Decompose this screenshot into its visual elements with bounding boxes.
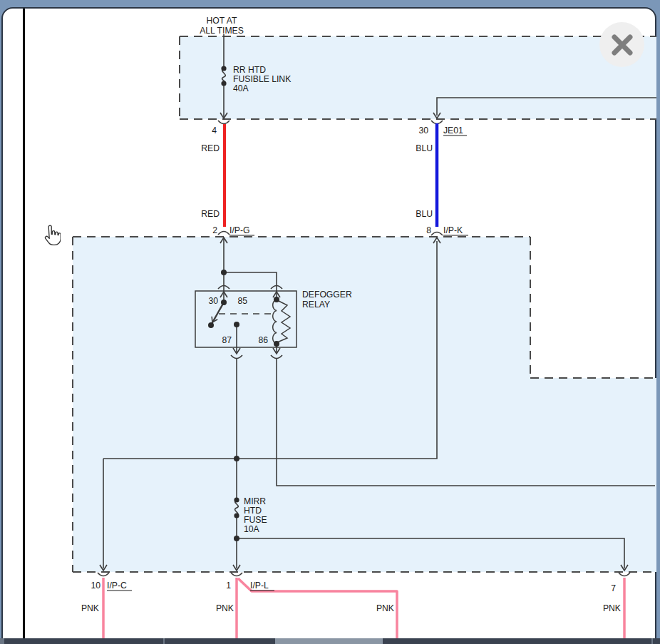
fuse-label-4: 10A — [244, 524, 260, 534]
wire-color-pnk-2: PNK — [216, 603, 234, 613]
scrollbar-separator — [163, 638, 165, 644]
relay-pin-86: 86 — [258, 335, 268, 345]
wire-color-red-top: RED — [201, 143, 220, 153]
fusible-link-label-3: 40A — [233, 83, 249, 93]
connector-arc — [431, 232, 443, 236]
wire-color-pnk-4: PNK — [603, 603, 621, 613]
app-background: HOT AT ALL TIMES RR HTD FUSIBLE LINK 40A… — [0, 0, 660, 644]
fuse-label-3: FUSE — [244, 515, 267, 525]
relay-pin-85: 85 — [237, 296, 247, 306]
pin-10: 10 — [91, 581, 100, 591]
wire-color-pnk-1: PNK — [81, 603, 99, 613]
fuse-label-2: HTD — [244, 506, 262, 516]
relay-pin-30: 30 — [208, 296, 218, 306]
wiring-diagram: HOT AT ALL TIMES RR HTD FUSIBLE LINK 40A… — [0, 0, 660, 644]
connector-link-ipg[interactable]: I/P-G — [230, 225, 249, 235]
close-button[interactable] — [599, 22, 644, 67]
scrollbar-separator — [651, 638, 653, 644]
pink-wires — [103, 578, 624, 639]
pin-4: 4 — [212, 126, 217, 136]
connector-link-ipl[interactable]: I/P-L — [250, 581, 269, 591]
hand-cursor-icon — [42, 225, 61, 249]
wire-color-pnk-3: PNK — [376, 603, 394, 613]
scrollbar-corner — [0, 638, 4, 644]
pin-7: 7 — [611, 583, 616, 593]
relay-name-2: RELAY — [302, 300, 330, 310]
relay-name-1: DEFOGGER — [302, 290, 352, 300]
relay-pin-87: 87 — [222, 335, 232, 345]
splice-link-je01[interactable]: JE01 — [443, 126, 463, 136]
fusible-link-label-1: RR HTD — [233, 65, 266, 75]
connector-link-ipk[interactable]: I/P-K — [443, 225, 463, 235]
connector-arc — [431, 121, 443, 124]
pin-2: 2 — [212, 225, 217, 235]
horizontal-scrollbar[interactable] — [0, 638, 660, 644]
pin-30: 30 — [418, 126, 428, 136]
power-label-2: ALL TIMES — [200, 26, 244, 36]
pin-1: 1 — [226, 581, 231, 591]
scrollbar-thumb[interactable] — [275, 638, 383, 644]
connector-arc — [218, 121, 230, 124]
wire-color-blu-top: BLU — [416, 143, 433, 153]
wire-color-blu-bottom: BLU — [416, 209, 433, 219]
wire-color-red-bottom: RED — [201, 209, 220, 219]
close-icon — [610, 33, 634, 57]
connector-arc — [218, 232, 230, 235]
connector-arc — [98, 573, 630, 576]
junction-block-box — [73, 237, 656, 572]
pin-8: 8 — [426, 225, 431, 235]
fusible-link-label-2: FUSIBLE LINK — [233, 74, 291, 84]
fuse-label-1: MIRR — [244, 496, 266, 506]
connector-link-ipc[interactable]: I/P-C — [107, 581, 127, 591]
power-label-1: HOT AT — [207, 16, 237, 26]
